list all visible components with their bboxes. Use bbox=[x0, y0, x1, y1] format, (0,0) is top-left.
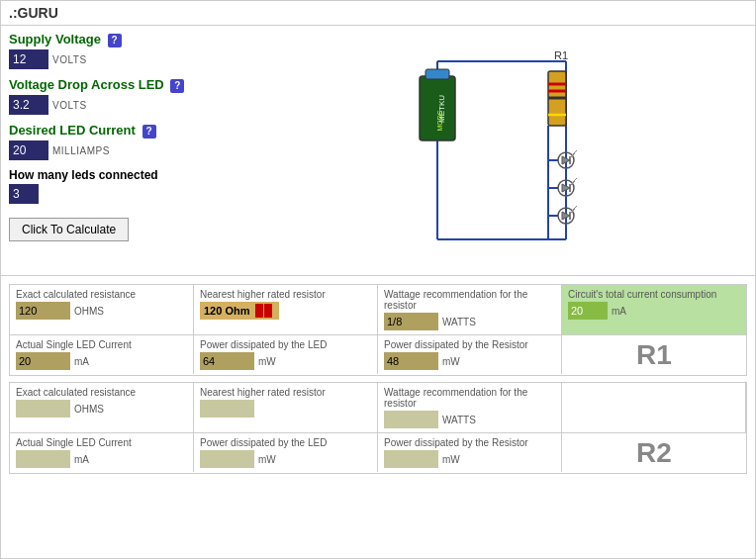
power-resistor-title-r1: Power dissipated by the Resistor bbox=[384, 339, 555, 350]
wattage-input-r2[interactable] bbox=[384, 411, 438, 428]
supply-voltage-input[interactable] bbox=[9, 49, 48, 69]
supply-voltage-unit: VOLTS bbox=[52, 54, 87, 65]
wattage-cell-r2: Wattage recommendation for the resistor … bbox=[378, 383, 562, 433]
power-resistor-input-r2[interactable] bbox=[384, 450, 438, 468]
power-resistor-title-r2: Power dissipated by the Resistor bbox=[384, 437, 555, 448]
leds-connected-label: How many leds connected bbox=[9, 168, 207, 182]
circuit-diagram: METKU MODS R1 bbox=[207, 32, 747, 269]
nearest-resistor-title-r1: Nearest higher rated resistor bbox=[200, 289, 371, 300]
led-current-label: Desired LED Current ? bbox=[9, 123, 207, 139]
total-current-value-row-r1: mA bbox=[568, 302, 739, 320]
single-led-input-r2[interactable] bbox=[16, 450, 70, 468]
results-area: Exact calculated resistance OHMS Nearest… bbox=[1, 275, 755, 488]
result-block-r2: Exact calculated resistance OHMS Nearest… bbox=[9, 382, 747, 474]
nearest-resistor-value-r1: 120 Ohm bbox=[204, 305, 249, 317]
power-resistor-cell-r2: Power dissipated by the Resistor mW bbox=[378, 433, 562, 472]
wattage-value-row-r2: WATTS bbox=[384, 411, 555, 428]
power-led-input-r2[interactable] bbox=[200, 450, 254, 468]
single-led-title-r1: Actual Single LED Current bbox=[16, 339, 187, 350]
main-area: Supply Voltage ? VOLTS Voltage Drop Acro… bbox=[1, 26, 755, 275]
total-current-cell-r1: Circuit's total current consumption mA bbox=[562, 285, 746, 335]
wattage-title-r2: Wattage recommendation for the resistor bbox=[384, 387, 555, 409]
supply-voltage-row: VOLTS bbox=[9, 49, 207, 69]
voltage-drop-input[interactable] bbox=[9, 95, 48, 115]
total-current-input-r1[interactable] bbox=[568, 302, 608, 320]
supply-voltage-label: Supply Voltage ? bbox=[9, 32, 207, 47]
led-current-help[interactable]: ? bbox=[142, 125, 156, 139]
single-led-cell-r2: Actual Single LED Current mA bbox=[10, 433, 194, 472]
nearest-resistor-cell-r1: Nearest higher rated resistor 120 Ohm bbox=[194, 285, 378, 335]
exact-resistance-unit-r1: OHMS bbox=[74, 306, 104, 317]
power-led-cell-r1: Power dissipated by the LED mW bbox=[194, 335, 378, 374]
power-led-unit-r2: mW bbox=[258, 454, 276, 465]
svg-text:MODS: MODS bbox=[436, 110, 443, 131]
power-resistor-unit-r1: mW bbox=[442, 356, 460, 367]
exact-resistance-title-r1: Exact calculated resistance bbox=[16, 289, 187, 300]
single-led-value-row-r1: mA bbox=[16, 352, 187, 370]
led-current-unit: MILLIAMPS bbox=[52, 145, 110, 156]
led-current-row: MILLIAMPS bbox=[9, 140, 207, 160]
power-led-title-r2: Power dissipated by the LED bbox=[200, 437, 371, 448]
calculate-button[interactable]: Click To Calculate bbox=[9, 218, 129, 241]
power-resistor-unit-r2: mW bbox=[442, 454, 460, 465]
wattage-unit-r2: WATTS bbox=[442, 415, 476, 425]
power-resistor-input-r1[interactable] bbox=[384, 352, 438, 370]
power-resistor-cell-r1: Power dissipated by the Resistor mW bbox=[378, 335, 562, 374]
single-led-value-row-r2: mA bbox=[16, 450, 187, 468]
single-led-title-r2: Actual Single LED Current bbox=[16, 437, 187, 448]
exact-resistance-value-row-r2: OHMS bbox=[16, 400, 187, 418]
total-current-unit-r1: mA bbox=[612, 306, 626, 317]
wattage-title-r1: Wattage recommendation for the resistor bbox=[384, 289, 555, 311]
leds-input[interactable] bbox=[9, 184, 39, 204]
exact-resistance-title-r2: Exact calculated resistance bbox=[16, 387, 187, 398]
resistor-bar-r1: 120 Ohm bbox=[200, 302, 279, 320]
wattage-unit-r1: WATTS bbox=[442, 317, 476, 327]
wattage-input-r1[interactable] bbox=[384, 313, 438, 330]
nearest-resistor-title-r2: Nearest higher rated resistor bbox=[200, 387, 371, 398]
power-led-title-r1: Power dissipated by the LED bbox=[200, 339, 371, 350]
app-header: .:GURU bbox=[1, 1, 755, 26]
nearest-resistor-cell-r2: Nearest higher rated resistor bbox=[194, 383, 378, 433]
band-red2-r1 bbox=[264, 304, 272, 318]
single-led-unit-r1: mA bbox=[74, 356, 89, 367]
voltage-drop-help[interactable]: ? bbox=[170, 79, 184, 93]
nearest-resistor-input-r2[interactable] bbox=[200, 400, 254, 418]
exact-resistance-value-row-r1: OHMS bbox=[16, 302, 187, 320]
power-led-unit-r1: mW bbox=[258, 356, 276, 367]
left-panel: Supply Voltage ? VOLTS Voltage Drop Acro… bbox=[9, 32, 207, 269]
empty-cell-r2 bbox=[562, 383, 746, 433]
total-current-title-r1: Circuit's total current consumption bbox=[568, 289, 739, 300]
app-title: .:GURU bbox=[9, 5, 58, 21]
supply-voltage-help[interactable]: ? bbox=[108, 34, 122, 47]
led-current-input[interactable] bbox=[9, 140, 48, 160]
voltage-drop-label: Voltage Drop Across LED ? bbox=[9, 77, 207, 93]
r1-label: R1 bbox=[562, 335, 746, 375]
power-led-input-r1[interactable] bbox=[200, 352, 254, 370]
power-resistor-value-row-r2: mW bbox=[384, 450, 555, 468]
circuit-svg: METKU MODS R1 bbox=[338, 42, 615, 259]
svg-rect-6 bbox=[425, 69, 449, 79]
nearest-resistor-value-row-r2 bbox=[200, 400, 371, 418]
nearest-resistor-value-row-r1: 120 Ohm bbox=[200, 302, 371, 320]
single-led-input-r1[interactable] bbox=[16, 352, 70, 370]
power-led-value-row-r2: mW bbox=[200, 450, 371, 468]
r2-label: R2 bbox=[562, 433, 746, 473]
exact-resistance-input-r1[interactable] bbox=[16, 302, 70, 320]
svg-text:R1: R1 bbox=[554, 49, 568, 61]
exact-resistance-cell-r1: Exact calculated resistance OHMS bbox=[10, 285, 194, 335]
power-led-value-row-r1: mW bbox=[200, 352, 371, 370]
voltage-drop-row: VOLTS bbox=[9, 95, 207, 115]
voltage-drop-unit: VOLTS bbox=[52, 100, 87, 111]
exact-resistance-input-r2[interactable] bbox=[16, 400, 70, 418]
exact-resistance-unit-r2: OHMS bbox=[74, 404, 104, 415]
result-block-r1: Exact calculated resistance OHMS Nearest… bbox=[9, 284, 747, 376]
wattage-cell-r1: Wattage recommendation for the resistor … bbox=[378, 285, 562, 335]
power-resistor-value-row-r1: mW bbox=[384, 352, 555, 370]
single-led-unit-r2: mA bbox=[74, 454, 89, 465]
band-red-r1 bbox=[255, 304, 263, 318]
wattage-value-row-r1: WATTS bbox=[384, 313, 555, 330]
single-led-cell-r1: Actual Single LED Current mA bbox=[10, 335, 194, 374]
power-led-cell-r2: Power dissipated by the LED mW bbox=[194, 433, 378, 472]
exact-resistance-cell-r2: Exact calculated resistance OHMS bbox=[10, 383, 194, 433]
